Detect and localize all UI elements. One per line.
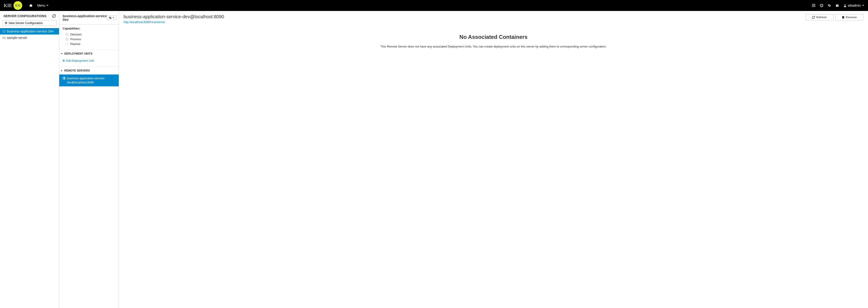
chevron-down-icon	[46, 4, 49, 7]
svg-rect-17	[62, 78, 63, 78]
capability-label: Decision	[70, 33, 82, 36]
home-icon[interactable]	[29, 4, 33, 7]
trash-icon	[842, 16, 844, 19]
remove-button[interactable]: Remove	[835, 14, 863, 20]
server-config-item[interactable]: sample-server	[0, 34, 59, 41]
refresh-configs-icon[interactable]	[52, 14, 56, 18]
capability-decision[interactable]: Decision	[63, 32, 115, 37]
remote-server-title: business-application-service-dev@localho…	[124, 14, 224, 20]
capabilities-label: Capabilities:	[63, 27, 115, 30]
capability-checkbox[interactable]	[65, 33, 68, 36]
capability-label: Planner	[70, 42, 81, 46]
folder-icon	[3, 36, 5, 39]
deployment-units-header[interactable]: DEPLOYMENT UNITS	[59, 50, 119, 58]
user-menu[interactable]: wbadmin	[843, 4, 864, 7]
server-config-list: business-application-service Dev sample-…	[0, 28, 59, 41]
refresh-button[interactable]: Refresh	[806, 14, 833, 20]
top-navbar: KIE IDE Menu ? wbadmin	[0, 0, 868, 11]
capability-checkbox[interactable]	[65, 38, 68, 41]
apps-icon[interactable]	[812, 4, 815, 7]
capability-process[interactable]: Process	[63, 37, 115, 42]
menu-label: Menu	[37, 4, 45, 7]
new-config-label: New Server Configuration	[9, 21, 43, 25]
svg-rect-13	[837, 4, 838, 5]
server-configurations-panel: SERVER CONFIGURATIONS New Server Configu…	[0, 11, 59, 308]
svg-rect-6	[812, 6, 813, 7]
remove-label: Remove	[846, 15, 857, 19]
svg-rect-18	[63, 78, 65, 78]
help-icon[interactable]: ?	[820, 4, 823, 7]
refresh-label: Refresh	[816, 15, 827, 19]
svg-rect-4	[813, 5, 814, 6]
empty-heading: No Associated Containers	[124, 34, 863, 40]
config-title: business-application-service Dev	[63, 14, 107, 22]
content-panel: business-application-service-dev@localho…	[119, 11, 868, 308]
capability-label: Process	[70, 37, 81, 41]
logo-kie-text: KIE	[4, 2, 12, 8]
remote-server-label: business-application-service-dev@localho…	[67, 76, 116, 84]
chevron-down-icon	[862, 4, 864, 7]
svg-rect-5	[814, 5, 815, 6]
deployment-units-label: DEPLOYMENT UNITS	[64, 52, 92, 55]
svg-rect-0	[812, 4, 813, 5]
svg-rect-8	[814, 6, 815, 7]
svg-rect-7	[813, 6, 814, 7]
svg-rect-2	[814, 4, 815, 5]
list-icon	[62, 77, 65, 80]
svg-rect-1	[813, 4, 814, 5]
capability-checkbox[interactable]	[65, 42, 68, 45]
server-configurations-title: SERVER CONFIGURATIONS	[3, 14, 46, 18]
logo-ide-badge: IDE	[13, 1, 22, 10]
folder-icon	[3, 30, 5, 33]
add-deployment-label: Add Deployment Unit	[66, 59, 94, 62]
username-label: wbadmin	[848, 4, 861, 7]
remote-server-item[interactable]: business-application-service-dev@localho…	[59, 74, 119, 87]
empty-text: This Remote Server does not have any ass…	[124, 45, 863, 48]
chevron-right-icon	[61, 69, 63, 72]
refresh-icon	[812, 16, 815, 19]
plus-icon	[5, 22, 7, 24]
svg-point-12	[837, 5, 838, 6]
svg-rect-20	[63, 79, 65, 79]
capabilities-section: Capabilities: Decision Process Planner	[59, 25, 119, 50]
plus-icon	[62, 59, 65, 62]
svg-rect-16	[63, 77, 65, 77]
capability-planner[interactable]: Planner	[63, 42, 115, 46]
remote-servers-label: REMOTE SERVERS	[64, 69, 90, 72]
svg-point-14	[844, 4, 845, 5]
new-server-configuration-button[interactable]: New Server Configuration	[2, 20, 57, 26]
gear-icon	[109, 16, 112, 19]
svg-text:?: ?	[821, 5, 822, 7]
menu-dropdown[interactable]: Menu	[37, 4, 49, 7]
chevron-down-icon	[61, 53, 63, 55]
user-icon	[843, 4, 846, 7]
settings-icon[interactable]	[828, 4, 831, 7]
svg-rect-3	[812, 5, 813, 6]
server-config-item[interactable]: business-application-service Dev	[0, 28, 59, 34]
remote-servers-header[interactable]: REMOTE SERVERS	[59, 67, 119, 74]
logo[interactable]: KIE IDE	[4, 1, 22, 10]
svg-rect-19	[62, 79, 63, 79]
config-settings-button[interactable]	[107, 15, 117, 20]
server-config-label: business-application-service Dev	[7, 30, 54, 33]
server-config-label: sample-server	[7, 36, 27, 39]
svg-rect-15	[62, 77, 63, 77]
config-details-panel: business-application-service Dev Capabil…	[59, 11, 119, 308]
empty-state: No Associated Containers This Remote Ser…	[124, 34, 863, 48]
add-deployment-unit-link[interactable]: Add Deployment Unit	[59, 58, 119, 67]
admin-icon[interactable]	[836, 4, 839, 7]
chevron-down-icon	[113, 17, 114, 19]
remote-server-url-link[interactable]: http://localhost:8090/rest/server	[124, 20, 165, 24]
